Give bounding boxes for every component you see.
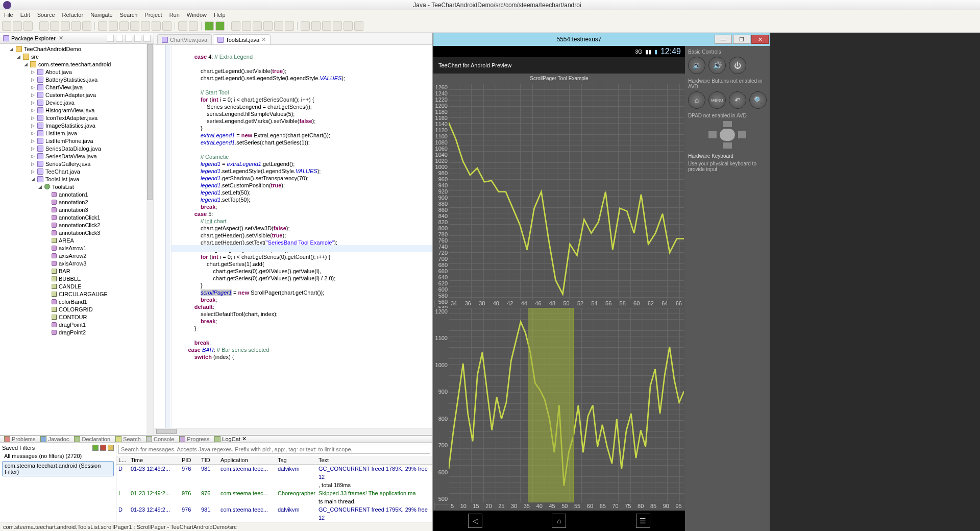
tb-4[interactable] xyxy=(39,21,48,31)
member-annotation3[interactable]: annotation3 xyxy=(1,206,154,213)
member-BAR[interactable]: BAR xyxy=(1,267,154,275)
view-min[interactable] xyxy=(134,35,141,42)
file-SeriesGallery[interactable]: ▷SeriesGallery.java xyxy=(1,160,154,167)
menu-run[interactable]: Run xyxy=(169,12,180,18)
member-colorBand1[interactable]: colorBand1 xyxy=(1,298,154,305)
menu-source[interactable]: Source xyxy=(37,12,55,18)
member-annotationClick2[interactable]: annotationClick2 xyxy=(1,221,154,229)
member-CANDLE[interactable]: CANDLE xyxy=(1,282,154,290)
tb-save[interactable] xyxy=(13,21,22,31)
member-COLORGRID[interactable]: COLORGRID xyxy=(1,305,154,313)
tab-declaration[interactable]: Declaration xyxy=(74,436,110,442)
tab-close-icon[interactable]: ✕ xyxy=(261,36,266,43)
tb-26[interactable] xyxy=(301,21,310,31)
menu-file[interactable]: File xyxy=(4,12,13,18)
log-row[interactable]: D01-23 12:49:2...976981com.steema.teec..… xyxy=(116,505,432,522)
menu-project[interactable]: Project xyxy=(144,12,162,18)
file-TeeChart[interactable]: ▷TeeChart.java xyxy=(1,167,154,175)
home-button[interactable]: ⌂ xyxy=(552,514,566,528)
member-annotation1[interactable]: annotation1 xyxy=(1,190,154,198)
member-CONTOUR[interactable]: CONTOUR xyxy=(1,313,154,321)
tb-29[interactable] xyxy=(333,21,342,31)
tb-saveall[interactable] xyxy=(23,21,33,31)
tab-search[interactable]: Search xyxy=(115,436,141,442)
vol-down-button[interactable]: 🔉 xyxy=(688,57,705,74)
member-CIRCULARGAUGE[interactable]: CIRCULARGAUGE xyxy=(1,290,154,298)
tb-5[interactable] xyxy=(50,21,59,31)
tb-17[interactable] xyxy=(189,21,198,31)
add-filter-button[interactable] xyxy=(92,445,99,451)
member-AREA[interactable]: AREA xyxy=(1,236,154,244)
power-button[interactable]: ⏻ xyxy=(729,57,746,74)
log-row[interactable]: ts main thread. xyxy=(116,497,432,505)
tab-progress[interactable]: Progress xyxy=(179,436,209,442)
logcat-search-input[interactable] xyxy=(118,445,430,454)
file-About[interactable]: ▷About.java xyxy=(1,68,154,76)
file-ListItem[interactable]: ▷ListItem.java xyxy=(1,129,154,137)
back-button[interactable]: ◁ xyxy=(468,514,482,528)
file-Device[interactable]: ▷Device.java xyxy=(1,99,154,106)
tab-logcat[interactable]: LogCat ✕ xyxy=(214,436,246,442)
vol-up-button[interactable]: 🔊 xyxy=(708,57,726,74)
file-HistogramView[interactable]: ▷HistogramView.java xyxy=(1,106,154,114)
recent-button[interactable]: ☰ xyxy=(636,514,650,528)
tb-new[interactable] xyxy=(2,21,11,31)
file-IconTextAdapter[interactable]: ▷IconTextAdapter.java xyxy=(1,114,154,122)
log-row[interactable]: , total 189ms xyxy=(116,481,432,489)
view-max[interactable] xyxy=(143,35,151,42)
win-close-button[interactable]: ✕ xyxy=(751,35,769,44)
tb-14[interactable] xyxy=(152,21,161,31)
gutter[interactable] xyxy=(154,45,172,428)
tb-22[interactable] xyxy=(253,21,262,31)
menu-edit[interactable]: Edit xyxy=(20,12,30,18)
file-SeriesDataView[interactable]: ▷SeriesDataView.java xyxy=(1,152,154,160)
member-annotationClick1[interactable]: annotationClick1 xyxy=(1,213,154,221)
tab-chartview[interactable]: ChartView.java xyxy=(157,34,212,44)
menu-help[interactable]: Help xyxy=(214,12,226,18)
editor-hscroll[interactable] xyxy=(154,428,432,435)
menu-window[interactable]: Window xyxy=(187,12,207,18)
view-btn-2[interactable] xyxy=(116,35,123,42)
menu-navigate[interactable]: Navigate xyxy=(90,12,112,18)
win-max-button[interactable]: ☐ xyxy=(733,35,750,44)
tb-debug[interactable] xyxy=(215,21,225,31)
tab-console[interactable]: Console xyxy=(146,436,174,442)
tb-8[interactable] xyxy=(82,21,91,31)
tb-24[interactable] xyxy=(274,21,283,31)
tb-13[interactable] xyxy=(141,21,150,31)
project-tree[interactable]: ◢TeeChartAndroidDemo◢src◢com.steema.teec… xyxy=(0,44,154,435)
file-ImageStatistics[interactable]: ▷ImageStatistics.java xyxy=(1,122,154,129)
upper-chart[interactable]: 1260124012201200118011601140112011001080… xyxy=(434,84,684,307)
tb-11[interactable] xyxy=(119,21,129,31)
class-ToolsList[interactable]: ◢ToolsList xyxy=(1,183,154,190)
close-icon[interactable]: ✕ xyxy=(242,436,247,442)
tree-scrollbar[interactable] xyxy=(146,44,154,435)
member-dragPoint1[interactable]: dragPoint1 xyxy=(1,321,154,328)
logcat-table[interactable]: L... Time PID TID Application Tag Text D… xyxy=(116,456,432,522)
member-annotation2[interactable]: annotation2 xyxy=(1,198,154,206)
tb-6[interactable] xyxy=(61,21,70,31)
file-ChartView[interactable]: ▷ChartView.java xyxy=(1,83,154,91)
file-BatteryStatistics[interactable]: ▷BatteryStatistics.java xyxy=(1,76,154,83)
tb-10[interactable] xyxy=(109,21,118,31)
view-btn-3[interactable] xyxy=(125,35,132,42)
close-icon[interactable]: ✕ xyxy=(59,35,63,41)
tab-toolslist[interactable]: ToolsList.java✕ xyxy=(213,34,271,44)
edit-filter-button[interactable] xyxy=(108,445,114,451)
tab-problems[interactable]: Problems xyxy=(4,436,35,442)
tab-javadoc[interactable]: Javadoc xyxy=(40,436,69,442)
member-annotationClick3[interactable]: annotationClick3 xyxy=(1,229,154,236)
filter-session[interactable]: com.steema.teechart.android (Session Fil… xyxy=(2,461,114,476)
tb-25[interactable] xyxy=(285,21,294,31)
tb-28[interactable] xyxy=(322,21,331,31)
tb-31[interactable] xyxy=(354,21,363,31)
tb-21[interactable] xyxy=(242,21,251,31)
member-axisArrow1[interactable]: axisArrow1 xyxy=(1,244,154,252)
remove-filter-button[interactable] xyxy=(100,445,106,451)
project-node[interactable]: ◢TeeChartAndroidDemo xyxy=(1,45,154,53)
member-BUBBLE[interactable]: BUBBLE xyxy=(1,275,154,282)
file-ToolsList[interactable]: ◢ToolsList.java xyxy=(1,175,154,183)
tb-15[interactable] xyxy=(162,21,172,31)
view-btn-1[interactable] xyxy=(107,35,114,42)
menu-search[interactable]: Search xyxy=(120,12,138,18)
